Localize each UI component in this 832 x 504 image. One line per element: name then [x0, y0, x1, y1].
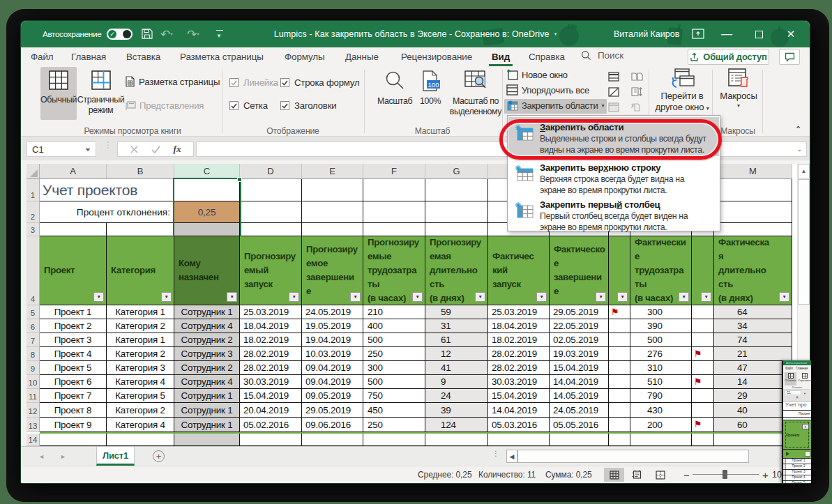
- cell-category[interactable]: Категория 3: [107, 361, 174, 375]
- cell-flag[interactable]: ⚑: [692, 319, 714, 333]
- cell-plan-end[interactable]: 09.04.2019: [302, 361, 363, 375]
- header-category[interactable]: Категория▼: [107, 236, 174, 305]
- cell-flag[interactable]: ⚑: [692, 418, 714, 432]
- cell-fact-hours[interactable]: 390: [630, 319, 692, 333]
- cell-plan-end[interactable]: 24.05.2019: [302, 305, 363, 319]
- filter-icon[interactable]: ▼: [93, 292, 104, 302]
- header-fact-end[interactable]: Фактическо е завершени е▼: [550, 236, 609, 305]
- page-break-view-button[interactable]: [650, 468, 670, 482]
- filter-icon[interactable]: ▼: [350, 292, 361, 302]
- cell-plan-hours[interactable]: 250: [363, 347, 425, 361]
- header-plan-hours[interactable]: Прогнозиру емые трудозатра ты (в часах)▼: [363, 236, 425, 305]
- vertical-scrollbar-thumb[interactable]: [798, 179, 810, 305]
- zoom-button[interactable]: Масштаб: [374, 67, 416, 120]
- cell-fact-hours[interactable]: 276: [630, 347, 692, 361]
- cell-flag[interactable]: ⚑: [609, 347, 630, 361]
- filter-icon[interactable]: ▼: [227, 292, 237, 302]
- column-header[interactable]: G: [425, 164, 488, 179]
- cell-fact-days[interactable]: 29: [714, 389, 792, 403]
- zoom-slider-thumb[interactable]: [723, 470, 727, 479]
- header-plan-start[interactable]: Прогнозиру емый запуск▼: [240, 236, 302, 305]
- status-sum[interactable]: Сумма: 0,25: [545, 466, 592, 483]
- enter-icon[interactable]: [151, 146, 160, 153]
- cell-fact-start[interactable]: 25.03.2019: [488, 305, 550, 319]
- user-name[interactable]: Виталий Каиров: [614, 21, 679, 47]
- cell-fact-end[interactable]: 14.04.2019: [550, 375, 609, 389]
- cell-project[interactable]: Проект 7: [40, 389, 107, 403]
- maximize-button[interactable]: [743, 21, 774, 47]
- freeze-panes-button[interactable]: ✳ Закрепить области ▾: [506, 100, 604, 111]
- cell-assignee[interactable]: Сотрудник 4: [174, 319, 240, 333]
- cell-fact-days[interactable]: 47: [714, 361, 792, 375]
- switch-windows-button[interactable]: Перейти в другое окно ▾: [653, 68, 711, 114]
- page-layout-button[interactable]: Разметка страницы: [125, 76, 220, 87]
- cell-category[interactable]: Категория 1: [107, 305, 174, 319]
- cell-project[interactable]: Проект 9: [40, 418, 107, 432]
- sheet-nav-left-icon[interactable]: ◄: [38, 447, 45, 466]
- cell-fact-days[interactable]: 34: [714, 319, 792, 333]
- cell-project[interactable]: Проект 8: [40, 403, 107, 418]
- cell-category[interactable]: Категория 4: [107, 418, 174, 432]
- cell-assignee[interactable]: Сотрудник 1: [174, 305, 240, 319]
- cell-plan-end[interactable]: 19.04.2019: [302, 333, 363, 347]
- cell-plan-start[interactable]: 30.03.2019: [240, 375, 302, 389]
- cell-assignee[interactable]: Сотрудник 3: [174, 347, 240, 361]
- cell-flag[interactable]: ⚑: [692, 305, 714, 319]
- cell-fact-end[interactable]: 02.05.2019: [550, 333, 609, 347]
- cell-plan-days[interactable]: 124: [425, 418, 488, 432]
- split-icon[interactable]: [607, 70, 620, 82]
- cell-plan-start[interactable]: 28.02.2019: [240, 347, 302, 361]
- formula-bar-divider[interactable]: ⋮: [104, 143, 107, 147]
- page-break-view-button[interactable]: Страничный режим: [77, 67, 124, 120]
- tab-data[interactable]: Данные: [345, 47, 379, 66]
- column-header[interactable]: A: [40, 164, 107, 179]
- cell-project[interactable]: Проект 5: [40, 361, 107, 375]
- row-header[interactable]: 5: [27, 305, 40, 319]
- cell-plan-days[interactable]: 41: [425, 361, 488, 375]
- cell[interactable]: [550, 434, 609, 446]
- custom-views-button[interactable]: Представления: [125, 100, 204, 111]
- cell-fact-start[interactable]: 05.03.2016: [488, 418, 550, 432]
- cell-fact-hours[interactable]: 310: [630, 361, 692, 375]
- search-input[interactable]: Поиск: [581, 50, 623, 61]
- gridlines-checkbox[interactable]: Сетка: [229, 100, 268, 111]
- chevron-down-icon[interactable]: ⌄: [796, 146, 802, 153]
- cell-project[interactable]: Проект 1: [40, 305, 107, 319]
- cell-category[interactable]: Категория 4: [107, 375, 174, 389]
- cell-flag[interactable]: ⚑: [609, 333, 630, 347]
- cell[interactable]: [240, 223, 302, 236]
- headings-checkbox[interactable]: Заголовки: [280, 100, 336, 111]
- column-header[interactable]: M: [714, 164, 792, 179]
- cell[interactable]: [363, 179, 425, 201]
- cell[interactable]: [302, 223, 363, 236]
- cell-plan-days[interactable]: 61: [425, 333, 488, 347]
- cell-fact-hours[interactable]: 200: [630, 418, 692, 432]
- row-header[interactable]: 9: [27, 361, 40, 375]
- select-all-corner[interactable]: [27, 164, 40, 179]
- cell-fact-end[interactable]: 05.05.2016: [550, 418, 609, 432]
- cell-fact-start[interactable]: 28.02.2019: [488, 361, 550, 375]
- cell-category[interactable]: Категория 2: [107, 319, 174, 333]
- new-window-button[interactable]: Новое окно: [506, 69, 568, 80]
- cell-flag[interactable]: ⚑: [609, 389, 630, 403]
- cell-plan-hours[interactable]: 210: [363, 305, 425, 319]
- cell-b2-label[interactable]: Процент отклонения:: [40, 201, 174, 223]
- column-header[interactable]: B: [107, 164, 174, 179]
- arrange-all-button[interactable]: Упорядочить все: [506, 84, 589, 96]
- cell-plan-days[interactable]: 24: [425, 389, 488, 403]
- row-header[interactable]: 2: [27, 201, 40, 223]
- cell-plan-hours[interactable]: 500: [363, 375, 425, 389]
- cell-plan-start[interactable]: 05.02.2016: [240, 418, 302, 432]
- cell-fact-end[interactable]: 15.04.2019: [550, 361, 609, 375]
- cell-fact-days[interactable]: 14: [714, 375, 792, 389]
- cell-fact-start[interactable]: 15.04.2019: [488, 389, 550, 403]
- cell[interactable]: [240, 434, 302, 446]
- row-header[interactable]: 4: [27, 236, 40, 305]
- cell[interactable]: [714, 201, 792, 223]
- filter-icon[interactable]: ▼: [779, 292, 789, 302]
- collapse-ribbon-icon[interactable]: ⌃: [795, 125, 801, 134]
- cell-flag[interactable]: ⚑: [609, 403, 630, 418]
- tab-help[interactable]: Справка: [529, 47, 565, 66]
- column-header[interactable]: F: [363, 164, 425, 179]
- row-header[interactable]: 7: [27, 333, 40, 347]
